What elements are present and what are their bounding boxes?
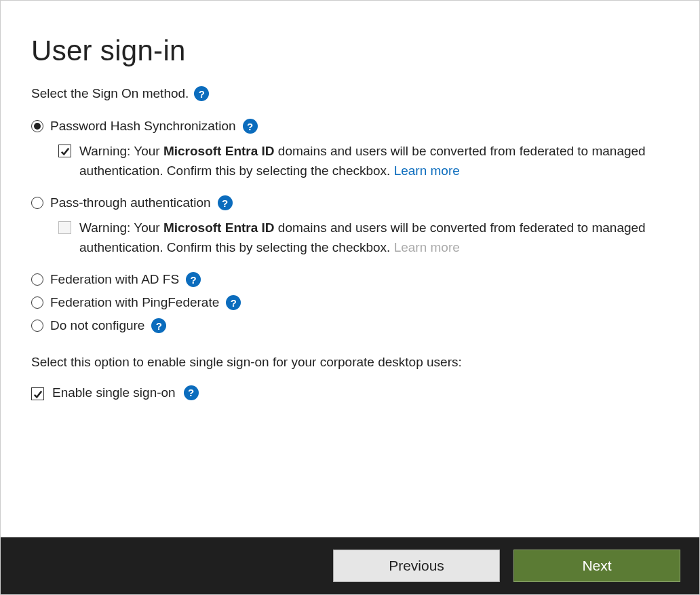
help-icon[interactable]: ? (243, 119, 258, 134)
radio-phs[interactable] (31, 120, 43, 132)
pta-learn-more-link: Learn more (394, 240, 460, 254)
pta-warning-block: Warning: Your Microsoft Entra ID domains… (58, 218, 669, 257)
radio-none-label: Do not configure (50, 318, 144, 333)
help-icon[interactable]: ? (184, 385, 199, 400)
phs-warning-prefix: Warning: Your (79, 144, 163, 158)
pta-warning-text: Warning: Your Microsoft Entra ID domains… (79, 218, 669, 257)
radio-pta[interactable] (31, 197, 43, 209)
phs-warning-text: Warning: Your Microsoft Entra ID domains… (79, 142, 669, 180)
pta-warning-bold: Microsoft Entra ID (163, 220, 275, 235)
help-icon[interactable]: ? (194, 86, 209, 101)
sso-label: Enable single sign-on (52, 385, 176, 400)
radio-row-none: Do not configure ? (31, 318, 669, 333)
radio-phs-label: Password Hash Synchronization (50, 119, 236, 134)
phs-learn-more-link[interactable]: Learn more (394, 164, 460, 178)
sso-section-text: Select this option to enable single sign… (31, 355, 669, 370)
radio-pta-label: Pass-through authentication (50, 195, 211, 210)
pta-warning-checkbox (58, 221, 71, 234)
phs-warning-bold: Microsoft Entra ID (163, 144, 275, 158)
help-icon[interactable]: ? (151, 318, 166, 333)
phs-warning-checkbox[interactable] (58, 145, 71, 157)
page-title: User sign-in (31, 35, 669, 67)
sso-checkbox[interactable] (31, 387, 44, 400)
radio-row-adfs: Federation with AD FS ? (31, 272, 669, 287)
help-icon[interactable]: ? (218, 195, 233, 210)
pta-warning-prefix: Warning: Your (79, 220, 163, 235)
radio-adfs-label: Federation with AD FS (50, 272, 179, 287)
help-icon[interactable]: ? (186, 272, 201, 287)
previous-button[interactable]: Previous (333, 550, 500, 582)
sso-row: Enable single sign-on ? (31, 385, 669, 400)
intro-row: Select the Sign On method. ? (31, 86, 669, 101)
radio-ping[interactable] (31, 296, 43, 309)
footer-bar: Previous Next (1, 537, 699, 594)
content-area: User sign-in Select the Sign On method. … (1, 1, 699, 537)
intro-text: Select the Sign On method. (31, 86, 189, 101)
radio-none[interactable] (31, 320, 43, 332)
radio-row-pta: Pass-through authentication ? (31, 195, 669, 210)
phs-warning-block: Warning: Your Microsoft Entra ID domains… (58, 142, 669, 180)
next-button[interactable]: Next (513, 550, 680, 582)
radio-ping-label: Federation with PingFederate (50, 295, 219, 310)
help-icon[interactable]: ? (226, 295, 241, 310)
radio-adfs[interactable] (31, 273, 43, 286)
radio-row-phs: Password Hash Synchronization ? (31, 119, 669, 134)
radio-row-ping: Federation with PingFederate ? (31, 295, 669, 310)
